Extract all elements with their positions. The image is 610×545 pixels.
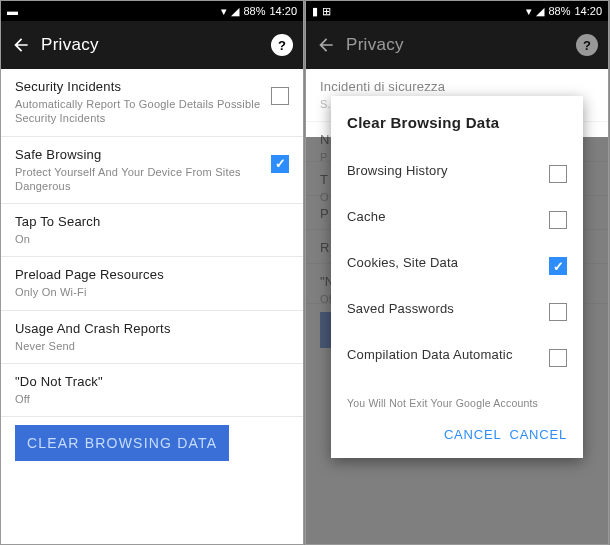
signal-icon: ◢ xyxy=(536,5,544,18)
page-title: Privacy xyxy=(346,35,566,55)
page-title: Privacy xyxy=(41,35,261,55)
settings-list[interactable]: Security Incidents Automatically Report … xyxy=(1,69,303,544)
checkbox-security-incidents[interactable] xyxy=(271,87,289,105)
modal-row-history[interactable]: Browsing History xyxy=(347,147,567,193)
status-bar: ▬ ▾ ◢ 88% 14:20 xyxy=(1,1,303,21)
signal-icon: ◢ xyxy=(231,5,239,18)
setting-sub: Protect Yourself And Your Device From Si… xyxy=(15,165,263,194)
battery-text: 88% xyxy=(243,5,265,17)
modal-row-cookies[interactable]: Cookies, Site Data xyxy=(347,239,567,285)
arrow-left-icon xyxy=(316,35,336,55)
clear-data-modal: Clear Browsing Data Browsing History Cac… xyxy=(331,96,583,458)
setting-title: "Do Not Track" xyxy=(15,374,289,389)
phone-left: ▬ ▾ ◢ 88% 14:20 Privacy ? Security Incid… xyxy=(0,0,304,545)
setting-preload[interactable]: Preload Page Resources Only On Wi-Fi xyxy=(1,257,303,310)
plus-icon: ⊞ xyxy=(322,5,331,18)
battery-text: 88% xyxy=(548,5,570,17)
wifi-icon: ▾ xyxy=(221,5,227,18)
checkbox-cookies[interactable] xyxy=(549,257,567,275)
setting-do-not-track[interactable]: "Do Not Track" Off xyxy=(1,364,303,417)
app-header: Privacy ? xyxy=(1,21,303,69)
setting-sub: Only On Wi-Fi xyxy=(15,285,289,299)
time-text: 14:20 xyxy=(269,5,297,17)
setting-sub: Automatically Report To Google Details P… xyxy=(15,97,263,126)
checkbox-history[interactable] xyxy=(549,165,567,183)
setting-title: Usage And Crash Reports xyxy=(15,321,289,336)
setting-usage-reports[interactable]: Usage And Crash Reports Never Send xyxy=(1,311,303,364)
setting-tap-to-search[interactable]: Tap To Search On xyxy=(1,204,303,257)
time-text: 14:20 xyxy=(574,5,602,17)
vibrate-icon: ▬ xyxy=(7,5,18,17)
clear-browsing-button[interactable]: CLEAR BROWSING DATA xyxy=(15,425,229,461)
help-button[interactable]: ? xyxy=(576,34,598,56)
back-button[interactable] xyxy=(11,35,31,55)
wifi-icon: ▾ xyxy=(526,5,532,18)
help-button[interactable]: ? xyxy=(271,34,293,56)
setting-safe-browsing[interactable]: Safe Browsing Protect Yourself And Your … xyxy=(1,137,303,205)
setting-title: Security Incidents xyxy=(15,79,263,94)
setting-security-incidents[interactable]: Security Incidents Automatically Report … xyxy=(1,69,303,137)
setting-sub: Off xyxy=(15,392,289,406)
status-bar: ▮ ⊞ ▾ ◢ 88% 14:20 xyxy=(306,1,608,21)
setting-sub: Never Send xyxy=(15,339,289,353)
phone-right: ▮ ⊞ ▾ ◢ 88% 14:20 Privacy ? Incidenti di… xyxy=(305,0,609,545)
modal-title: Clear Browsing Data xyxy=(347,114,567,131)
checkbox-safe-browsing[interactable] xyxy=(271,155,289,173)
checkbox-compilation[interactable] xyxy=(549,349,567,367)
modal-note: You Will Not Exit Your Google Accounts xyxy=(347,397,567,409)
cancel-button[interactable]: CANCEL xyxy=(444,421,502,448)
setting-title: Tap To Search xyxy=(15,214,289,229)
setting-title: Preload Page Resources xyxy=(15,267,289,282)
cancel-button-2[interactable]: CANCEL xyxy=(509,421,567,448)
modal-row-compilation[interactable]: Compilation Data Automatic xyxy=(347,331,567,377)
setting-title: Safe Browsing xyxy=(15,147,263,162)
back-button[interactable] xyxy=(316,35,336,55)
app-header: Privacy ? xyxy=(306,21,608,69)
modal-row-cache[interactable]: Cache xyxy=(347,193,567,239)
modal-actions: CANCEL CANCEL xyxy=(347,421,567,448)
checkbox-passwords[interactable] xyxy=(549,303,567,321)
facebook-icon: ▮ xyxy=(312,5,318,18)
checkbox-cache[interactable] xyxy=(549,211,567,229)
arrow-left-icon xyxy=(11,35,31,55)
setting-sub: On xyxy=(15,232,289,246)
modal-row-passwords[interactable]: Saved Passwords xyxy=(347,285,567,331)
